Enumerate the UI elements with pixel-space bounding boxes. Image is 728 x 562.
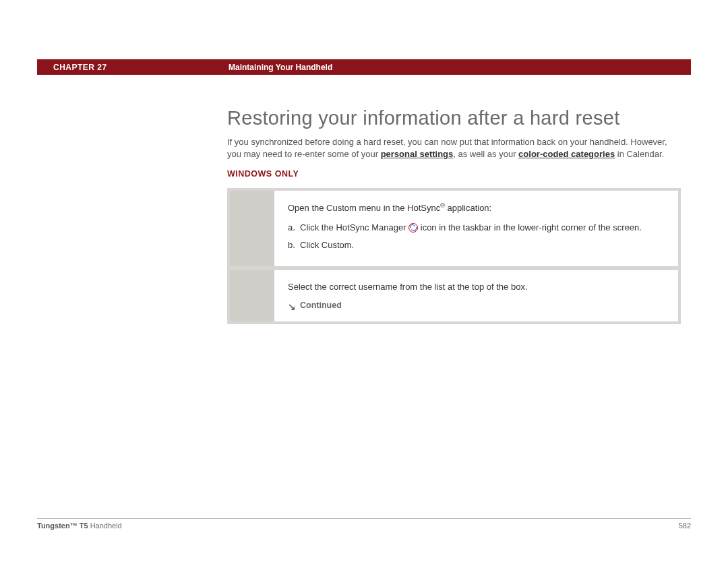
product-name: Tungsten™ T5 Handheld — [37, 522, 122, 530]
hotsync-icon — [408, 223, 418, 232]
link-color-coded-categories[interactable]: color-coded categories — [518, 149, 615, 159]
step-number-column — [230, 191, 274, 266]
page-title: Restoring your information after a hard … — [227, 107, 681, 129]
step-2-text: Select the correct username from the lis… — [288, 281, 666, 293]
continued-arrow-icon: ↘ — [288, 302, 296, 311]
header-bar: CHAPTER 27 Maintaining Your Handheld — [37, 59, 691, 75]
chapter-label: CHAPTER 27 — [37, 63, 229, 72]
step-number-column — [230, 270, 274, 321]
step-1-lead: Open the Custom menu in the HotSync® app… — [288, 201, 666, 215]
substep-b-marker: b. — [288, 239, 300, 251]
link-personal-settings[interactable]: personal settings — [381, 149, 454, 159]
step-1-substeps: a. Click the HotSync Manager icon in the… — [288, 222, 666, 251]
step-1-body: Open the Custom menu in the HotSync® app… — [274, 191, 678, 266]
continued-indicator: ↘ Continued — [288, 300, 666, 312]
step-2: Select the correct username from the lis… — [230, 270, 678, 321]
continued-label: Continued — [300, 300, 342, 312]
substep-a: a. Click the HotSync Manager icon in the… — [288, 222, 666, 234]
substep-b-text: Click Custom. — [300, 239, 666, 251]
intro-text-mid: , as well as your — [453, 149, 518, 159]
registered-symbol: ® — [440, 202, 445, 209]
section-title: Maintaining Your Handheld — [229, 63, 691, 72]
page-footer: Tungsten™ T5 Handheld 582 — [37, 518, 691, 530]
steps-container: Open the Custom menu in the HotSync® app… — [227, 188, 681, 324]
page-number: 582 — [679, 522, 691, 530]
main-content: Restoring your information after a hard … — [227, 75, 691, 324]
substep-a-text: Click the HotSync Manager icon in the ta… — [300, 222, 666, 234]
step-2-body: Select the correct username from the lis… — [274, 270, 678, 321]
intro-paragraph: If you synchronized before doing a hard … — [227, 136, 681, 160]
substep-a-marker: a. — [288, 222, 300, 234]
step-1: Open the Custom menu in the HotSync® app… — [230, 191, 678, 266]
intro-text-post: in Calendar. — [615, 149, 664, 159]
substep-b: b. Click Custom. — [288, 239, 666, 251]
platform-subheading: WINDOWS ONLY — [227, 169, 681, 179]
